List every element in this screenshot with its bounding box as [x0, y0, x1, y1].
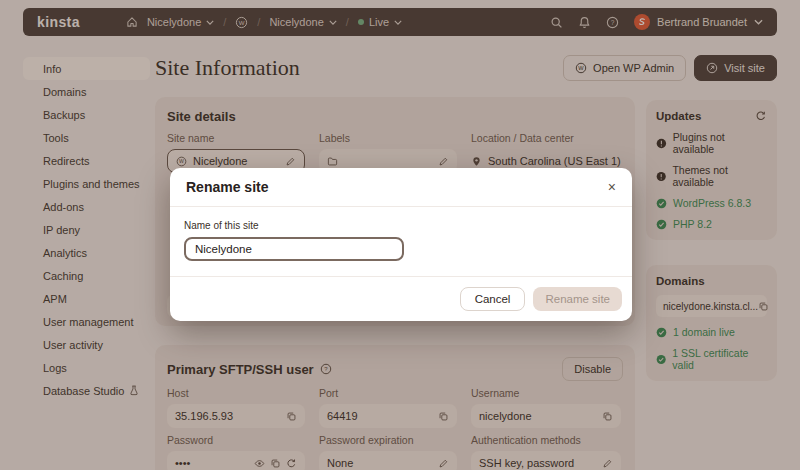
site-name-input-label: Name of this site [184, 220, 618, 231]
modal-title: Rename site [186, 179, 268, 195]
cancel-button[interactable]: Cancel [460, 287, 526, 311]
close-icon[interactable]: × [608, 180, 616, 194]
rename-site-modal: Rename site × Name of this site Cancel R… [170, 168, 632, 321]
site-name-input[interactable] [184, 237, 404, 261]
rename-site-button[interactable]: Rename site [533, 287, 622, 311]
